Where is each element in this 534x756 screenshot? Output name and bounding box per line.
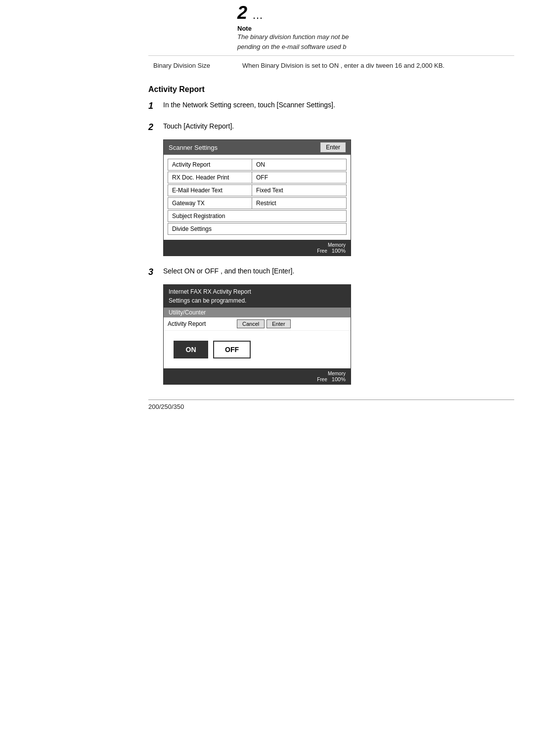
scanner-label-activity: Activity Report [168,159,252,170]
note-italic-1: The binary division function may not be [237,32,514,42]
ellipsis: … [252,9,263,22]
page-container: 2 … Note The binary division function ma… [0,0,534,756]
scanner-label-email: E-Mail Header Text [168,185,252,196]
fax-enter-button[interactable]: Enter [267,319,290,328]
binary-division-desc: When Binary Division is set to ON , ente… [237,60,514,71]
step-3-container: 3 Select ON or OFF , and then touch [Ent… [148,266,514,385]
fax-ui-footer: MemoryFree 100% [164,368,351,384]
fax-ui: Internet FAX RX Activity Report Settings… [163,284,351,385]
scanner-value-gateway: Restrict [252,198,346,209]
scanner-memory-percent: 100% [332,248,346,254]
scanner-label-gateway: Gateway TX [168,198,252,209]
fax-row-activity: Activity Report Cancel Enter [164,317,351,331]
binary-division-row: Binary Division Size When Binary Divisio… [148,55,514,75]
fax-header-line1: Internet FAX RX Activity Report [169,287,346,296]
binary-division-label: Binary Division Size [148,60,237,71]
step-2-container: 2 Touch [Activity Report]. Scanner Setti… [148,121,514,256]
top-note-section: 2 … Note The binary division function ma… [237,0,514,55]
scanner-settings-ui: Scanner Settings Enter Activity Report O… [163,139,351,256]
fax-ui-subheader: Utility/Counter [164,308,351,317]
note-italic-2: pending on the e-mail software used b [237,42,514,52]
step-number-2: 2 [237,4,247,22]
fax-activity-label: Activity Report [168,320,237,327]
fax-buttons: Cancel Enter [237,319,291,328]
scanner-ui-footer: MemoryFree 100% [164,240,351,256]
scanner-row-divide[interactable]: Divide Settings [168,223,347,235]
scanner-value-rx: OFF [252,172,346,183]
step-1-container: 1 In the Network Setting screen, touch [… [148,100,514,111]
main-content: Activity Report 1 In the Network Setting… [148,85,514,385]
step-1-row: 1 In the Network Setting screen, touch [… [148,100,514,111]
fax-ui-header: Internet FAX RX Activity Report Settings… [164,285,351,308]
step-3-text: Select ON or OFF , and then touch [Enter… [163,266,294,276]
fax-memory-percent: 100% [332,376,346,382]
step-3-number: 3 [148,267,163,277]
step-1-number: 1 [148,101,163,111]
scanner-row-subject[interactable]: Subject Registration [168,210,347,222]
page-number: 200/250/350 [148,403,184,410]
scanner-ui-title: Scanner Settings [169,144,218,151]
step-2-number: 2 [148,122,163,133]
fax-cancel-button[interactable]: Cancel [237,319,265,328]
scanner-ui-header: Scanner Settings Enter [164,140,351,155]
fax-options-area: ON OFF [164,331,351,368]
step-2-text: Touch [Activity Report]. [163,121,234,132]
scanner-row-rx: RX Doc. Header Print OFF [168,172,347,183]
fax-on-button[interactable]: ON [174,341,208,358]
step-2-row: 2 Touch [Activity Report]. [148,121,514,133]
scanner-ui-body: Activity Report ON RX Doc. Header Print … [164,155,351,240]
step-1-text: In the Network Setting screen, touch [Sc… [163,100,335,110]
page-footer: 200/250/350 [148,400,514,410]
scanner-row-gateway: Gateway TX Restrict [168,197,347,209]
scanner-row-activity: Activity Report ON [168,159,347,171]
fax-off-button[interactable]: OFF [213,341,251,358]
fax-header-line2: Settings can be programmed. [169,296,346,305]
activity-report-heading: Activity Report [148,85,514,94]
step-3-row: 3 Select ON or OFF , and then touch [Ent… [148,266,514,277]
scanner-label-rx: RX Doc. Header Print [168,172,252,183]
note-label: Note [237,25,514,32]
scanner-enter-button[interactable]: Enter [320,142,346,152]
scanner-value-activity: ON [252,159,346,170]
scanner-value-email: Fixed Text [252,185,346,196]
scanner-row-email: E-Mail Header Text Fixed Text [168,184,347,196]
